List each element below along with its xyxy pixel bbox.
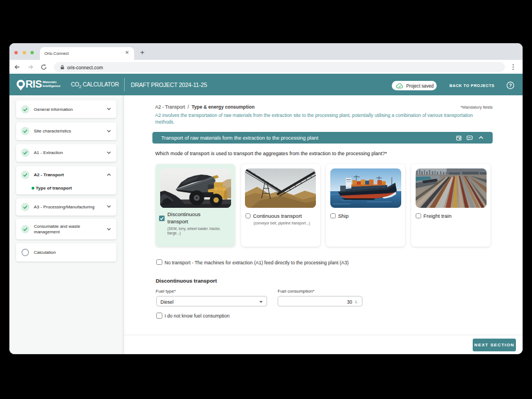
svg-text:RIS: RIS [25, 80, 42, 90]
svg-text:?: ? [509, 83, 511, 88]
